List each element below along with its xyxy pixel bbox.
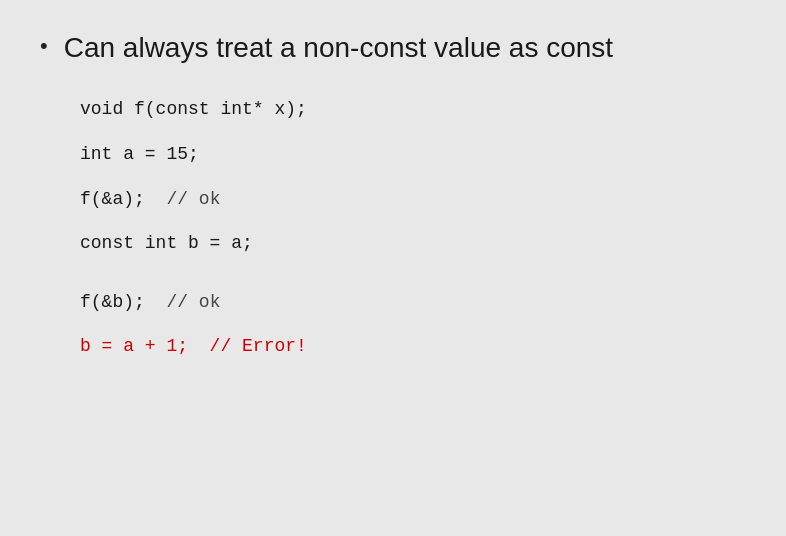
code-blank-3 bbox=[80, 214, 746, 228]
code-line-const-int-b: const int b = a; bbox=[80, 228, 746, 259]
slide-content: • Can always treat a non-const value as … bbox=[40, 30, 746, 362]
code-blank-2 bbox=[80, 170, 746, 184]
code-line-f-b: f(&b); // ok bbox=[80, 287, 746, 318]
comment-ok-b: // ok bbox=[166, 292, 220, 312]
code-blank-4 bbox=[80, 259, 746, 273]
code-blank-5 bbox=[80, 273, 746, 287]
code-line-int-a: int a = 15; bbox=[80, 139, 746, 170]
code-blank-6 bbox=[80, 317, 746, 331]
bullet-text: Can always treat a non-const value as co… bbox=[64, 30, 613, 66]
bullet-dot: • bbox=[40, 32, 48, 61]
code-line-void: void f(const int* x); bbox=[80, 94, 746, 125]
code-line-f-a: f(&a); // ok bbox=[80, 184, 746, 215]
code-block: void f(const int* x); int a = 15; f(&a);… bbox=[80, 94, 746, 362]
code-line-error: b = a + 1; // Error! bbox=[80, 331, 746, 362]
comment-ok-a: // ok bbox=[166, 189, 220, 209]
bullet-point: • Can always treat a non-const value as … bbox=[40, 30, 746, 66]
code-blank-1 bbox=[80, 125, 746, 139]
